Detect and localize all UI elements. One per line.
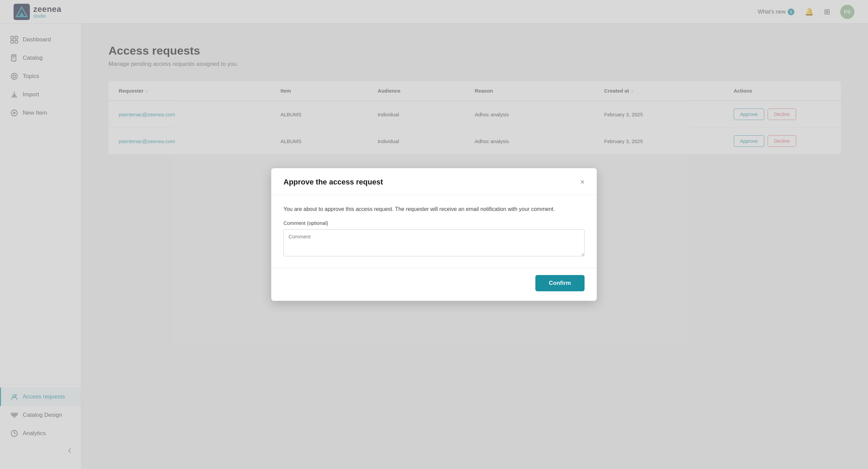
approve-modal: Approve the access request × You are abo… [271, 168, 597, 301]
modal-header: Approve the access request × [271, 168, 597, 195]
comment-label: Comment (optional) [283, 220, 585, 226]
modal-close-button[interactable]: × [580, 178, 585, 186]
modal-body: You are about to approve this access req… [271, 195, 597, 268]
modal-title: Approve the access request [283, 178, 383, 187]
confirm-button[interactable]: Confirm [535, 275, 585, 291]
modal-overlay: Approve the access request × You are abo… [0, 0, 868, 469]
modal-footer: Confirm [271, 268, 597, 301]
comment-input[interactable] [283, 229, 585, 256]
modal-description: You are about to approve this access req… [283, 205, 585, 213]
